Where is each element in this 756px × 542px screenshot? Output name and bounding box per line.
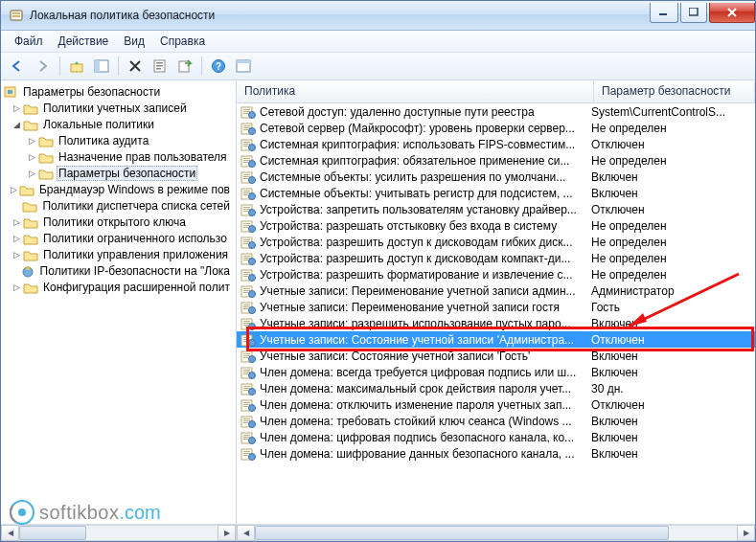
tree-item[interactable]: ▷Брандмауэр Windows в режиме пов bbox=[3, 181, 236, 197]
maximize-button[interactable] bbox=[680, 3, 707, 23]
expand-icon[interactable]: ▷ bbox=[11, 282, 22, 292]
tree-item[interactable]: ▷Назначение прав пользователя bbox=[3, 148, 236, 165]
policy-row[interactable]: Учетные записи: Состояние учетной записи… bbox=[237, 331, 755, 348]
tree-item[interactable]: Политики диспетчера списка сетей bbox=[3, 197, 236, 214]
list-body[interactable]: Сетевой доступ: удаленно доступные пути … bbox=[237, 103, 755, 524]
policy-row[interactable]: Устройства: разрешить форматирование и и… bbox=[237, 266, 755, 282]
policy-row[interactable]: Устройства: разрешить доступ к дисковода… bbox=[237, 250, 755, 266]
svg-rect-114 bbox=[243, 406, 248, 407]
expand-icon[interactable]: ▷ bbox=[9, 185, 18, 194]
delete-button[interactable] bbox=[124, 55, 147, 78]
policy-row[interactable]: Учетные записи: Состояние учетной записи… bbox=[237, 348, 755, 364]
tree-item[interactable]: ▷Политики ограниченного использо bbox=[3, 230, 236, 246]
list-hscrollbar[interactable]: ◀ ▶ bbox=[237, 524, 755, 541]
expand-icon[interactable]: ▷ bbox=[11, 234, 22, 243]
svg-point-30 bbox=[249, 127, 256, 134]
scroll-right-icon[interactable]: ▶ bbox=[737, 525, 755, 541]
list-header: Политика Параметр безопасности bbox=[237, 81, 755, 103]
svg-rect-117 bbox=[243, 418, 250, 419]
policy-row[interactable]: Член домена: требовать стойкий ключ сеан… bbox=[237, 413, 755, 429]
forward-button[interactable] bbox=[32, 55, 55, 78]
close-button[interactable] bbox=[709, 3, 755, 23]
policy-row[interactable]: Учетные записи: Переименование учетной з… bbox=[237, 299, 755, 315]
svg-point-135 bbox=[18, 508, 26, 516]
menu-view[interactable]: Вид bbox=[116, 33, 152, 50]
policy-name: Учетные записи: разрешить использование … bbox=[260, 317, 591, 330]
help-button[interactable]: ? bbox=[207, 55, 230, 78]
expand-icon[interactable]: ▷ bbox=[26, 136, 37, 146]
policy-row[interactable]: Член домена: отключить изменение пароля … bbox=[237, 396, 755, 413]
svg-point-115 bbox=[249, 404, 256, 411]
policy-icon bbox=[241, 398, 256, 412]
policy-row[interactable]: Системные объекты: учитывать регистр для… bbox=[237, 185, 755, 201]
scroll-right-icon[interactable]: ▶ bbox=[218, 525, 236, 541]
policy-row[interactable]: Устройства: разрешать отстыковку без вхо… bbox=[237, 217, 755, 234]
tree-item[interactable]: ◢Локальные политики bbox=[3, 116, 236, 132]
collapse-icon[interactable]: ◢ bbox=[11, 120, 22, 129]
policy-icon bbox=[241, 138, 256, 151]
list-pane: Политика Параметр безопасности Сетевой д… bbox=[237, 81, 755, 541]
svg-rect-24 bbox=[243, 113, 248, 114]
policy-row[interactable]: Устройства: запретить пользователям уста… bbox=[237, 201, 755, 217]
svg-rect-98 bbox=[243, 355, 250, 356]
svg-rect-69 bbox=[243, 260, 248, 260]
export-button[interactable] bbox=[173, 55, 196, 78]
svg-point-25 bbox=[249, 111, 256, 118]
refresh-button[interactable] bbox=[232, 55, 255, 78]
policy-row[interactable]: Учетные записи: разрешить использование … bbox=[237, 315, 755, 331]
policy-row[interactable]: Член домена: цифровая подпись безопасног… bbox=[237, 429, 755, 445]
svg-rect-108 bbox=[243, 388, 250, 389]
menu-file[interactable]: Файл bbox=[7, 33, 51, 50]
up-button[interactable] bbox=[65, 55, 88, 78]
tree-item[interactable]: ▷Политика аудита bbox=[3, 132, 236, 148]
policy-row[interactable]: Член домена: всегда требуется цифровая п… bbox=[237, 364, 755, 380]
expand-icon[interactable]: ▷ bbox=[26, 152, 37, 162]
tree-root[interactable]: Параметры безопасности bbox=[3, 83, 236, 100]
policy-row[interactable]: Учетные записи: Переименование учетной з… bbox=[237, 282, 755, 299]
policy-name: Системная криптография: использовать FIP… bbox=[260, 138, 591, 151]
tree-item[interactable]: ▷Политики управления приложения bbox=[3, 246, 236, 262]
policy-row[interactable]: Системные объекты: усилить разрешения по… bbox=[237, 169, 755, 185]
watermark-logo-icon bbox=[7, 497, 37, 528]
titlebar[interactable]: Локальная политика безопасности bbox=[1, 1, 755, 31]
properties-button[interactable] bbox=[149, 55, 172, 78]
tree-item-selected[interactable]: ▷Параметры безопасности bbox=[3, 165, 236, 181]
col-policy[interactable]: Политика bbox=[237, 81, 594, 102]
tree-item[interactable]: ▷Политики учетных записей bbox=[3, 100, 236, 116]
policy-row[interactable]: Член домена: максимальный срок действия … bbox=[237, 380, 755, 396]
policy-value: Не определен bbox=[591, 122, 755, 135]
menu-action[interactable]: Действие bbox=[51, 33, 117, 50]
policy-name: Системные объекты: усилить разрешения по… bbox=[260, 170, 591, 184]
svg-point-130 bbox=[249, 453, 256, 460]
menu-help[interactable]: Справка bbox=[152, 33, 213, 50]
expand-icon[interactable]: ▷ bbox=[11, 250, 22, 260]
svg-rect-63 bbox=[243, 241, 250, 242]
policy-value: Включен bbox=[591, 431, 755, 444]
policy-icon bbox=[241, 382, 256, 395]
policy-name: Член домена: всегда требуется цифровая п… bbox=[260, 366, 591, 379]
policy-row[interactable]: Сетевой сервер (Майкрософт): уровень про… bbox=[237, 120, 755, 136]
tree-item[interactable]: ▷Политики открытого ключа bbox=[3, 214, 236, 230]
policy-row[interactable]: Сетевой доступ: удаленно доступные пути … bbox=[237, 103, 755, 120]
svg-rect-62 bbox=[243, 239, 250, 240]
show-hide-tree-button[interactable] bbox=[90, 55, 113, 78]
scroll-left-icon[interactable]: ◀ bbox=[237, 525, 255, 541]
policy-row[interactable]: Член домена: шифрование данных безопасно… bbox=[237, 445, 755, 462]
tree[interactable]: Параметры безопасности ▷Политики учетных… bbox=[1, 81, 236, 524]
expand-icon[interactable]: ▷ bbox=[11, 217, 22, 227]
svg-rect-29 bbox=[243, 129, 248, 130]
minimize-button[interactable] bbox=[650, 3, 678, 23]
policy-row[interactable]: Системная криптография: обязательное при… bbox=[237, 152, 755, 169]
svg-rect-77 bbox=[243, 288, 250, 289]
svg-rect-94 bbox=[243, 341, 248, 342]
col-setting[interactable]: Параметр безопасности bbox=[594, 81, 755, 102]
policy-icon bbox=[241, 350, 256, 363]
back-button[interactable] bbox=[7, 55, 30, 78]
tree-item[interactable]: Политики IP-безопасности на "Лока bbox=[3, 262, 236, 279]
expand-icon[interactable]: ▷ bbox=[26, 169, 37, 178]
expand-icon[interactable]: ▷ bbox=[11, 103, 22, 113]
policy-value: Включен bbox=[591, 415, 755, 428]
tree-item[interactable]: ▷Конфигурация расширенной полит bbox=[3, 279, 236, 295]
policy-row[interactable]: Устройства: разрешить доступ к дисковода… bbox=[237, 234, 755, 250]
policy-row[interactable]: Системная криптография: использовать FIP… bbox=[237, 136, 755, 152]
